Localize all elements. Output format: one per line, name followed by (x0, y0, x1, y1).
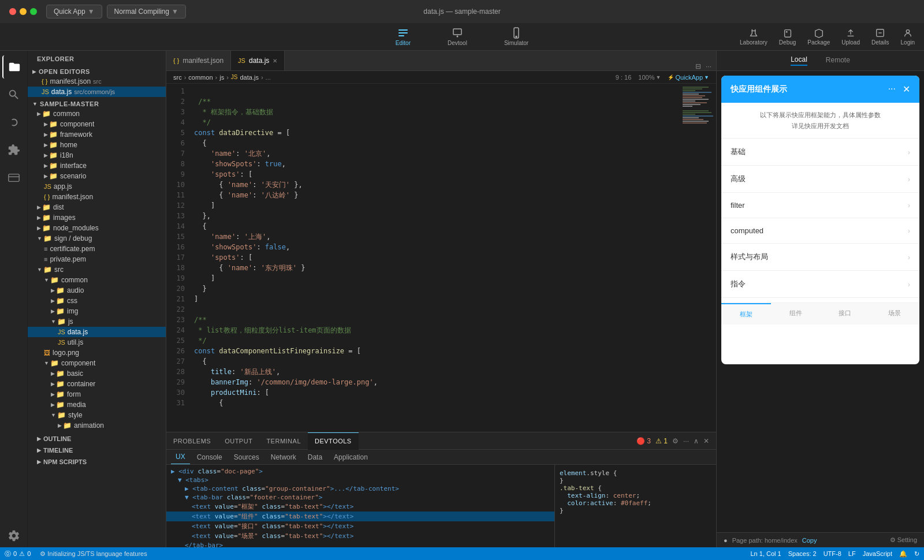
html-line-5[interactable]: <text value="框架" class="tab-text"></text… (166, 502, 554, 512)
tree-manifestjson[interactable]: { }manifest.json (28, 192, 166, 202)
phone-menu-advanced[interactable]: 高级› (721, 166, 919, 193)
language-mode[interactable]: JavaScript (863, 550, 892, 557)
tree-datajs[interactable]: JSdata.js (28, 327, 166, 337)
settings-icon[interactable] (2, 524, 25, 547)
tree-img[interactable]: ▶📁img (28, 306, 166, 316)
line-ending[interactable]: LF (848, 550, 856, 557)
tree-i18n[interactable]: ▶📁i18n (28, 150, 166, 160)
subtab-sources[interactable]: Sources (229, 450, 264, 464)
tree-src[interactable]: ▼📁src (28, 264, 166, 275)
project-header[interactable]: ▼ SAMPLE-MASTER (28, 99, 166, 109)
tree-js[interactable]: ▼📁js (28, 316, 166, 327)
tree-private[interactable]: ≡private.pem (28, 254, 166, 264)
open-editor-manifest[interactable]: { } manifest.json src (28, 76, 166, 87)
copy-button[interactable]: Copy (802, 537, 817, 544)
simulator-button[interactable]: Simulator (495, 25, 538, 48)
tree-interface[interactable]: ▶📁interface (28, 160, 166, 171)
breadcrumb-js[interactable]: js (219, 74, 224, 81)
html-line-4[interactable]: ▼ <tab-bar class="footer-container"> (166, 493, 554, 502)
tree-dist[interactable]: ▶📁dist (28, 202, 166, 212)
tab-devtools[interactable]: DEVTOOLS (308, 432, 359, 450)
phone-footer-scene[interactable]: 场景 (870, 303, 919, 324)
outline-header[interactable]: ▶ OUTLINE (28, 433, 166, 445)
panel-close-icon[interactable]: ✕ (703, 437, 709, 445)
panel-settings-icon[interactable]: ⚙ (672, 437, 679, 445)
timeline-header[interactable]: ▶ TIMELINE (28, 445, 166, 456)
quick-app-button[interactable]: Quick App ▼ (46, 5, 102, 18)
tree-images[interactable]: ▶📁images (28, 212, 166, 223)
cursor-pos[interactable]: Ln 1, Col 1 (751, 550, 781, 557)
window-controls[interactable] (9, 8, 37, 15)
open-editors-header[interactable]: ▶ OPEN EDITORS (28, 67, 166, 76)
tree-media[interactable]: ▶📁media (28, 400, 166, 410)
phone-menu-style[interactable]: 样式与布局› (721, 244, 919, 271)
subtab-console[interactable]: Console (192, 450, 227, 464)
tree-basic[interactable]: ▶📁basic (28, 368, 166, 379)
tree-logo[interactable]: 🖼logo.png (28, 348, 166, 358)
git-status[interactable]: ⓪ 0 ⚠ 0 (5, 550, 31, 558)
compile-button[interactable]: Normal Compiling ▼ (107, 5, 186, 18)
phone-footer-framework[interactable]: 框架 (721, 303, 771, 324)
phone-menu-computed[interactable]: computed› (721, 218, 919, 244)
phone-menu-basic[interactable]: 基础› (721, 139, 919, 166)
tree-framework[interactable]: ▶📁framework (28, 129, 166, 140)
tree-css[interactable]: ▶📁css (28, 296, 166, 306)
tree-animation[interactable]: ▶📁animation (28, 420, 166, 431)
open-editor-datajs[interactable]: JS data.js src/common/js (28, 87, 166, 97)
breadcrumb-datajs[interactable]: data.js (240, 74, 259, 81)
html-line-8[interactable]: <text value="场景" class="tab-text"></text… (166, 531, 554, 541)
tab-output[interactable]: OUTPUT (218, 432, 259, 450)
editor-button[interactable]: Editor (386, 25, 420, 48)
extensions-icon[interactable] (2, 139, 25, 162)
sync-icon[interactable]: ↻ (914, 550, 919, 558)
tree-component[interactable]: ▶📁component (28, 119, 166, 129)
details-button[interactable]: Details (871, 28, 889, 46)
html-line-6[interactable]: <text value="组件" class="tab-text"></text… (166, 512, 554, 521)
minimize-dot[interactable] (20, 8, 27, 15)
tab-terminal[interactable]: TERMINAL (259, 432, 308, 450)
breadcrumb-src[interactable]: src (173, 74, 182, 81)
more-dots-icon[interactable]: ··· (888, 84, 896, 95)
tree-container[interactable]: ▶📁container (28, 379, 166, 389)
panel-more-icon[interactable]: ··· (683, 437, 689, 445)
maximize-dot[interactable] (30, 8, 37, 15)
subtab-network[interactable]: Network (266, 450, 301, 464)
tree-style[interactable]: ▼📁style (28, 410, 166, 420)
tree-appjs[interactable]: JSapp.js (28, 181, 166, 192)
devtool-button[interactable]: Devtool (438, 25, 476, 48)
search-icon[interactable] (2, 83, 25, 106)
phone-menu-filter[interactable]: filter› (721, 193, 919, 218)
tree-sign[interactable]: ▼📁sign / debug (28, 233, 166, 244)
phone-footer-interface[interactable]: 接口 (821, 303, 870, 324)
panel-minimize-icon[interactable]: ∧ (694, 437, 699, 445)
tree-src-component[interactable]: ▼📁component (28, 358, 166, 368)
encoding-indicator[interactable]: UTF-8 (824, 550, 841, 557)
setting-button[interactable]: ⚙ Setting (890, 536, 917, 544)
close-icon[interactable]: ✕ (273, 58, 277, 64)
tree-nodemodules[interactable]: ▶📁node_modules (28, 223, 166, 233)
tree-audio[interactable]: ▶📁audio (28, 285, 166, 296)
close-phone-icon[interactable]: ✕ (903, 84, 910, 95)
spaces-indicator[interactable]: Spaces: 2 (788, 550, 817, 557)
html-line-2[interactable]: ▼ <tabs> (166, 476, 554, 484)
remote-icon[interactable] (2, 166, 25, 189)
phone-menu-directive[interactable]: 指令› (721, 271, 919, 298)
tree-form[interactable]: ▶📁form (28, 389, 166, 400)
breadcrumb-common[interactable]: common (188, 74, 213, 81)
notifications-icon[interactable]: 🔔 (899, 550, 907, 558)
laboratory-button[interactable]: Laboratory (740, 28, 767, 46)
tab-problems[interactable]: PROBLEMS (166, 432, 218, 450)
source-control-icon[interactable] (2, 111, 25, 134)
zoom-level[interactable]: 100% ▼ (638, 74, 661, 81)
login-button[interactable]: Login (901, 28, 915, 46)
html-line-9[interactable]: </tab-bar> (166, 541, 554, 547)
phone-footer-component[interactable]: 组件 (771, 303, 821, 324)
tree-common[interactable]: ▶📁common (28, 109, 166, 119)
more-icon[interactable]: ··· (706, 62, 711, 70)
preview-tab-local[interactable]: Local (791, 55, 807, 66)
upload-button[interactable]: Upload (841, 28, 860, 46)
html-line-3[interactable]: ▶ <tab-content class="group-container">.… (166, 484, 554, 493)
package-button[interactable]: Package (807, 28, 830, 46)
code-content[interactable]: /** * 框架指令，基础数据 */ const dataDirective =… (189, 84, 681, 432)
subtab-application[interactable]: Application (329, 450, 372, 464)
